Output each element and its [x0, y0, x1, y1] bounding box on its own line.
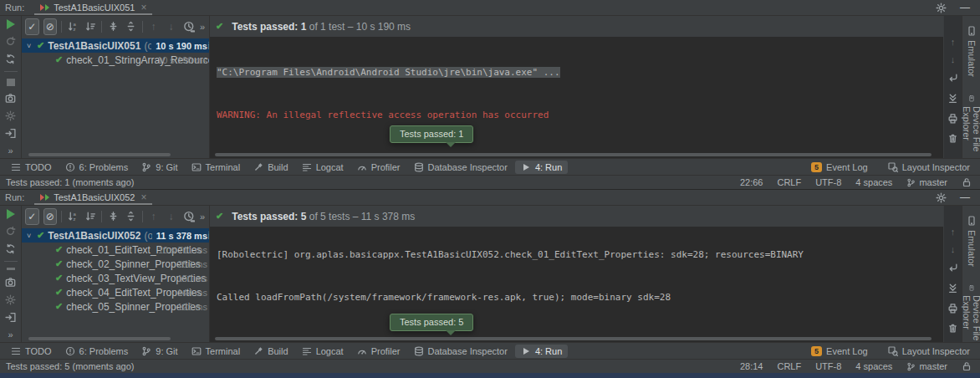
event-log-button[interactable]: 5Event Log: [809, 161, 870, 174]
tool-window-build[interactable]: Build: [248, 345, 293, 358]
clear-console-trash-icon[interactable]: [947, 323, 958, 334]
git-branch-widget[interactable]: master: [906, 177, 947, 187]
test-case-row[interactable]: ✔ check_03_TextView_Properties 150 ms: [22, 271, 209, 285]
scroll-to-end-icon[interactable]: [947, 93, 958, 104]
chevron-down-icon[interactable]: ˅: [27, 42, 37, 50]
sort-alphabetically-icon[interactable]: az: [66, 18, 79, 35]
indent-selector[interactable]: 4 spaces: [855, 361, 892, 371]
scroll-to-end-icon[interactable]: [947, 283, 958, 294]
settings-gear-icon[interactable]: [936, 3, 947, 13]
toolbar-more-chevron-icon[interactable]: »: [200, 22, 209, 32]
import-tests-icon[interactable]: [5, 128, 16, 139]
tool-window-emulator[interactable]: Emulator: [967, 216, 977, 267]
rerun-tests-icon[interactable]: [7, 209, 15, 219]
tool-window-profiler[interactable]: Profiler: [351, 345, 406, 358]
clear-console-trash-icon[interactable]: [947, 133, 958, 144]
more-options-chevron-icon[interactable]: »: [8, 329, 13, 340]
tool-window-terminal[interactable]: Terminal: [186, 345, 247, 358]
print-icon[interactable]: [947, 113, 958, 124]
console-horizontal-scrollbar[interactable]: [210, 151, 943, 158]
tool-window-todo[interactable]: TODO: [5, 161, 58, 174]
layout-inspector-button[interactable]: Layout Inspector: [886, 345, 972, 358]
show-passed-icon[interactable]: ✓: [25, 208, 39, 225]
print-icon[interactable]: [947, 303, 958, 314]
tool-window-terminal[interactable]: Terminal: [186, 161, 247, 174]
scroll-down-icon[interactable]: ↓: [951, 245, 956, 253]
encoding-selector[interactable]: UTF-8: [815, 361, 841, 371]
tool-window-git[interactable]: 9: Git: [135, 345, 183, 358]
run-tab-testa1basicuix051[interactable]: TestA1BasicUIX051 ×: [33, 0, 154, 15]
tool-window-todo[interactable]: TODO: [5, 345, 58, 358]
tool-window-device-file-explorer[interactable]: Device File Explorer: [962, 285, 980, 342]
next-occurrence-icon[interactable]: ↓: [165, 18, 178, 35]
caret-position[interactable]: 22:66: [740, 177, 763, 187]
scroll-up-icon[interactable]: ↑: [951, 227, 956, 236]
tool-window-run[interactable]: 4: Run: [515, 345, 568, 358]
git-branch-widget[interactable]: master: [906, 361, 947, 371]
line-ending-selector[interactable]: CRLF: [777, 177, 801, 187]
test-history-clock-icon[interactable]: [182, 208, 196, 225]
line-ending-selector[interactable]: CRLF: [777, 361, 801, 371]
test-suite-row[interactable]: ˅ ✔ TestA1BasicUIX051 (org.aplas.basica …: [22, 38, 209, 53]
chevron-down-icon[interactable]: ˅: [27, 232, 37, 240]
rerun-tests-icon[interactable]: [7, 19, 15, 29]
previous-occurrence-icon[interactable]: ↑: [146, 208, 160, 225]
expand-all-icon[interactable]: [106, 18, 120, 35]
expand-all-icon[interactable]: [106, 208, 120, 225]
tree-horizontal-scrollbar[interactable]: [22, 335, 209, 342]
tool-window-database-inspector[interactable]: Database Inspector: [408, 345, 513, 358]
tool-window-build[interactable]: Build: [248, 161, 293, 174]
hide-window-icon[interactable]: —: [960, 2, 970, 13]
tool-window-problems[interactable]: 6: Problems: [59, 161, 135, 174]
tool-window-problems[interactable]: 6: Problems: [59, 345, 135, 358]
toolbar-more-chevron-icon[interactable]: »: [200, 212, 209, 222]
show-ignored-icon[interactable]: ⊘: [43, 18, 58, 35]
soft-wrap-icon[interactable]: [947, 263, 958, 273]
test-settings-gear-icon[interactable]: [5, 110, 16, 121]
tool-window-run[interactable]: 4: Run: [515, 161, 568, 174]
caret-position[interactable]: 28:14: [740, 361, 763, 371]
previous-occurrence-icon[interactable]: ↑: [146, 18, 160, 35]
lock-icon[interactable]: [962, 361, 972, 371]
test-case-row[interactable]: ✔ check_01_StringArray_Resources 10 s 19…: [22, 53, 209, 67]
tool-window-git[interactable]: 9: Git: [135, 161, 183, 174]
tool-window-device-file-explorer[interactable]: Device File Explorer: [962, 95, 980, 158]
collapse-all-icon[interactable]: [124, 18, 137, 35]
test-suite-row[interactable]: ˅ ✔ TestA1BasicUIX052 (org.aplas.basica …: [22, 228, 209, 243]
toggle-auto-test-icon[interactable]: [5, 54, 16, 64]
more-options-chevron-icon[interactable]: »: [8, 146, 13, 156]
layout-inspector-button[interactable]: Layout Inspector: [886, 161, 972, 174]
screenshot-camera-icon[interactable]: [5, 93, 16, 104]
next-occurrence-icon[interactable]: ↓: [165, 208, 178, 225]
settings-gear-icon[interactable]: [936, 192, 947, 203]
encoding-selector[interactable]: UTF-8: [815, 177, 841, 187]
lock-icon[interactable]: [962, 177, 972, 187]
event-log-button[interactable]: 5Event Log: [809, 345, 870, 358]
sort-by-duration-icon[interactable]: [84, 18, 97, 35]
sort-by-duration-icon[interactable]: [84, 208, 97, 225]
test-settings-gear-icon[interactable]: [5, 294, 16, 305]
collapse-all-icon[interactable]: [124, 208, 137, 225]
test-case-row[interactable]: ✔ check_01_EditText_Properties 10 s 711 …: [22, 243, 209, 257]
test-case-row[interactable]: ✔ check_04_EditText_Properties 144 ms: [22, 285, 209, 299]
tool-window-logcat[interactable]: Logcat: [296, 345, 350, 358]
stop-icon[interactable]: [7, 268, 15, 270]
show-passed-icon[interactable]: ✓: [25, 18, 39, 35]
test-case-row[interactable]: ✔ check_05_Spinner_Properties 123 ms: [22, 299, 209, 314]
tool-window-database-inspector[interactable]: Database Inspector: [408, 161, 513, 174]
rerun-failed-tests-icon[interactable]: [5, 226, 16, 237]
tree-horizontal-scrollbar[interactable]: [22, 151, 209, 158]
test-history-clock-icon[interactable]: [182, 18, 196, 35]
screenshot-camera-icon[interactable]: [5, 277, 16, 288]
rerun-failed-tests-icon[interactable]: [5, 36, 16, 47]
console-horizontal-scrollbar[interactable]: [210, 335, 943, 342]
indent-selector[interactable]: 4 spaces: [855, 177, 892, 187]
hide-window-icon[interactable]: —: [960, 192, 970, 203]
tool-window-emulator[interactable]: Emulator: [967, 26, 977, 77]
run-tab-testa1basicuix052[interactable]: TestA1BasicUIX052 ×: [33, 190, 154, 205]
soft-wrap-icon[interactable]: [947, 73, 958, 84]
stop-icon[interactable]: [7, 79, 15, 86]
scroll-up-icon[interactable]: ↑: [951, 38, 956, 46]
scroll-down-icon[interactable]: ↓: [951, 55, 956, 64]
sort-alphabetically-icon[interactable]: az: [66, 208, 79, 225]
